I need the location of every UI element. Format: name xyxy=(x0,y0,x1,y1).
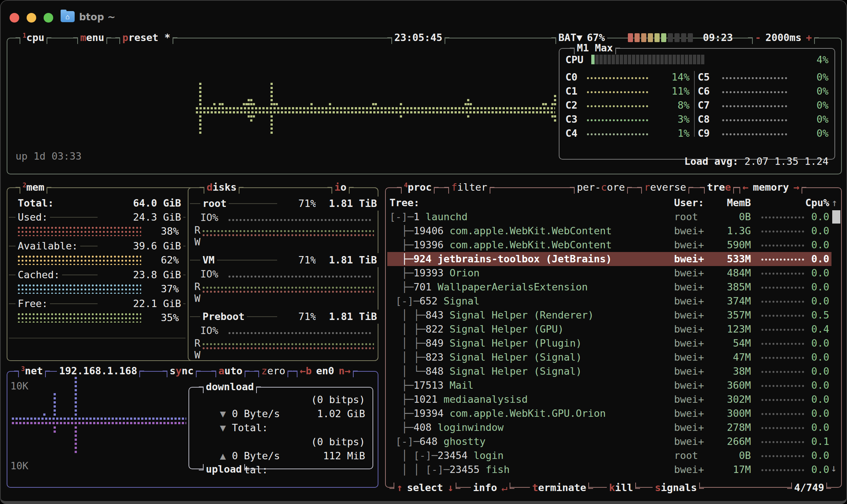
process-row[interactable]: ├─924 jetbrains-toolbox (JetBrains)bwei+… xyxy=(387,252,831,266)
proc-panel-title[interactable]: 4proc xyxy=(397,180,439,194)
close-button[interactable] xyxy=(10,13,19,23)
scroll-down-icon[interactable]: ↓ xyxy=(831,461,837,475)
disks-panel-label[interactable]: disks xyxy=(204,180,239,194)
select-label[interactable]: select xyxy=(405,481,445,495)
per-core-button[interactable]: per-core xyxy=(570,180,632,194)
process-mem: 302M xyxy=(705,392,751,406)
process-mem: 38M xyxy=(705,364,751,378)
net-zero-button[interactable]: zero xyxy=(254,364,292,378)
kill-button[interactable]: kill xyxy=(607,481,640,495)
border-stub xyxy=(397,187,402,194)
process-tree-prefix: │ ├─ xyxy=(390,350,426,364)
tree-button[interactable]: tree xyxy=(700,180,738,194)
process-row[interactable]: │ ├─823 Signal Helper (Signal)bwei+47M0.… xyxy=(387,350,831,364)
net-upload-spike xyxy=(54,426,56,435)
process-tree-prefix: │ ├─ xyxy=(390,308,426,322)
core-usage-graph xyxy=(586,118,650,122)
label-text: tre xyxy=(707,181,725,193)
mem-row-value: 22.1 GiB xyxy=(98,297,183,311)
sort-prev-button[interactable]: ← xyxy=(740,180,751,194)
load-average-label: Load avg: xyxy=(684,156,738,167)
net-auto-button[interactable]: auto xyxy=(211,364,249,378)
column-header-mem[interactable]: MemB xyxy=(705,196,751,210)
process-cpu-graph xyxy=(761,229,804,233)
process-row[interactable]: ├─19396 com.apple.WebKit.WebContentbwei+… xyxy=(387,238,831,252)
info-button[interactable]: info ↵ xyxy=(471,481,514,495)
select-up-icon[interactable]: ↑ xyxy=(394,481,405,495)
info-label[interactable]: info xyxy=(471,481,499,495)
select-control[interactable]: ↑ select ↓ xyxy=(390,481,460,495)
process-row[interactable]: ├─19394 com.apple.WebKit.GPU.Orionbwei+3… xyxy=(387,406,831,420)
io-mode-button[interactable]: io xyxy=(327,180,354,194)
prev-interface-button[interactable]: ←b xyxy=(297,364,314,378)
process-row[interactable]: │ [-]─23454 loginroot0B0.0 xyxy=(387,449,831,463)
process-name: fish xyxy=(486,463,510,477)
process-row[interactable]: [-]─652 Signalbwei+374M0.0 xyxy=(387,294,831,308)
process-row[interactable]: ├─17513 Mailbwei+360M0.0 xyxy=(387,378,831,392)
process-row[interactable]: ├─701 WallpaperAerialsExtensionbwei+385M… xyxy=(387,280,831,294)
process-row[interactable]: ├─19393 Orionbwei+484M0.0 xyxy=(387,266,831,280)
cpu-meter-block xyxy=(693,55,696,64)
net-panel-title[interactable]: 3net xyxy=(14,364,50,378)
zero-label[interactable]: zero xyxy=(259,364,288,378)
refresh-rate-control[interactable]: - 2000ms + xyxy=(748,31,819,45)
scrollbar-thumb[interactable] xyxy=(832,210,840,224)
next-interface-button[interactable]: n→ xyxy=(336,364,353,378)
window-title: btop ~ xyxy=(79,10,115,24)
process-cpu-graph xyxy=(761,286,804,289)
preset-button[interactable]: preset * xyxy=(115,31,177,45)
cpu-graph-spike xyxy=(248,115,250,119)
menu-button[interactable]: menu xyxy=(73,31,111,45)
terminate-label[interactable]: terminate xyxy=(530,481,588,495)
process-row[interactable]: [-]─1 launchdroot0B0.0 xyxy=(387,210,831,224)
zoom-button[interactable] xyxy=(44,13,53,23)
process-row[interactable]: │ │ [-]─23455 fishbwei+17M0.0 xyxy=(387,463,831,477)
process-cpu-graph xyxy=(761,398,804,401)
process-row[interactable]: │ ├─822 Signal Helper (GPU)bwei+123M0.4 xyxy=(387,322,831,336)
process-pid: 23455 xyxy=(450,463,486,477)
menu-label[interactable]: menu xyxy=(78,31,106,45)
mem-row-value: 24.3 GiB xyxy=(98,210,183,224)
refresh-decrease-button[interactable]: - xyxy=(753,31,763,45)
select-down-icon[interactable]: ↓ xyxy=(445,481,456,495)
process-row[interactable]: [-]─648 ghosttybwei+266M0.1 xyxy=(387,435,831,449)
auto-label[interactable]: auto xyxy=(216,364,245,378)
net-sync-button[interactable]: sync xyxy=(163,364,201,378)
process-tree-prefix: │ │ [-]─ xyxy=(390,463,450,477)
sort-field-switcher[interactable]: ← memory → xyxy=(735,180,806,194)
signals-button[interactable]: signals xyxy=(653,481,704,495)
refresh-increase-button[interactable]: + xyxy=(804,31,814,45)
cpu-meter-block xyxy=(636,55,639,64)
column-header-cpu[interactable]: Cpu% xyxy=(794,196,829,210)
process-row[interactable]: │ ├─843 Signal Helper (Renderer)bwei+357… xyxy=(387,308,831,322)
per-core-label[interactable]: per-core xyxy=(575,180,627,194)
disks-panel-title[interactable]: disks xyxy=(200,180,244,194)
reverse-button[interactable]: reverse xyxy=(637,180,693,194)
column-header-tree[interactable]: Tree: xyxy=(390,196,419,210)
process-row[interactable]: ├─19406 com.apple.WebKit.WebContentbwei+… xyxy=(387,224,831,238)
kill-label[interactable]: kill xyxy=(607,481,635,495)
sync-label[interactable]: sync xyxy=(167,364,196,378)
preset-label[interactable]: preset * xyxy=(120,31,173,45)
panel-number: 4 xyxy=(404,181,408,189)
cpu-graph-spike xyxy=(219,103,221,107)
sort-next-button[interactable]: → xyxy=(791,180,802,194)
column-header-user[interactable]: User: xyxy=(674,196,704,210)
process-cpu: 0.0 xyxy=(809,280,829,294)
process-row[interactable]: ├─408 loginwindowbwei+278M0.0 xyxy=(387,420,831,435)
process-row[interactable]: │ └─848 Signal Helper (Signal)bwei+38M0.… xyxy=(387,364,831,378)
battery-time: 09:23 xyxy=(703,31,733,45)
process-row[interactable]: ├─1021 mediaanalysisdbwei+302M0.0 xyxy=(387,392,831,406)
mem-panel-title[interactable]: 2mem xyxy=(16,180,51,194)
tree-label[interactable]: tree xyxy=(705,180,733,194)
reverse-label[interactable]: reverse xyxy=(642,180,688,194)
process-row[interactable]: │ ├─849 Signal Helper (Plugin)bwei+54M0.… xyxy=(387,336,831,350)
terminate-button[interactable]: terminate xyxy=(530,481,593,495)
signals-label[interactable]: signals xyxy=(653,481,699,495)
minimize-button[interactable] xyxy=(27,13,36,23)
io-mode-label[interactable]: io xyxy=(332,180,349,194)
net-interface-switcher[interactable]: ←b en0 n→ xyxy=(293,364,358,378)
cpu-panel-title[interactable]: 1cpu xyxy=(16,31,51,45)
filter-label[interactable]: filter xyxy=(449,180,490,194)
filter-button[interactable]: filter xyxy=(444,180,494,194)
